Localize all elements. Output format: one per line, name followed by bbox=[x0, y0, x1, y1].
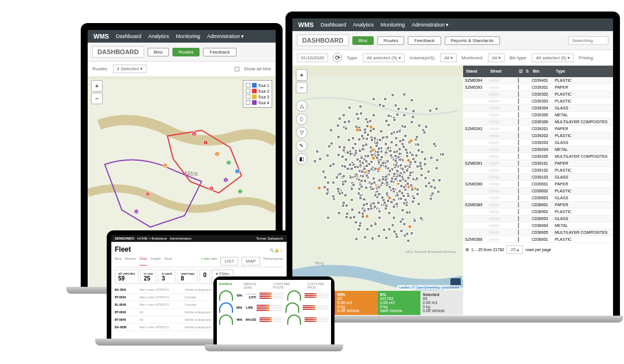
bin-marker[interactable] bbox=[372, 97, 375, 101]
bin-marker[interactable] bbox=[385, 119, 388, 123]
bin-marker[interactable] bbox=[349, 152, 352, 156]
bin-marker[interactable] bbox=[388, 196, 392, 200]
table-row[interactable]: streetC039202PLASTIC bbox=[463, 132, 613, 139]
map-pin[interactable]: 1 bbox=[238, 189, 243, 194]
bin-marker[interactable] bbox=[364, 186, 368, 189]
nav-admin[interactable]: Administration ▾ bbox=[412, 22, 449, 28]
bin-marker[interactable] bbox=[324, 176, 327, 179]
bin-marker[interactable] bbox=[431, 192, 434, 195]
bin-marker[interactable] bbox=[401, 138, 405, 142]
bin-marker[interactable] bbox=[389, 149, 392, 153]
bin-marker[interactable] bbox=[377, 201, 380, 204]
bin-marker[interactable] bbox=[398, 174, 401, 177]
map-pin[interactable]: 7 bbox=[203, 140, 208, 145]
bin-marker[interactable] bbox=[393, 230, 396, 233]
bin-marker[interactable] bbox=[370, 153, 374, 157]
bin-marker[interactable] bbox=[405, 151, 409, 154]
bin-marker[interactable] bbox=[433, 186, 437, 189]
bin-marker[interactable] bbox=[317, 186, 321, 190]
tab-bins[interactable]: Bins bbox=[352, 36, 374, 45]
bin-marker[interactable] bbox=[403, 202, 406, 205]
bin-marker[interactable] bbox=[438, 179, 441, 182]
bin-marker[interactable] bbox=[416, 192, 419, 196]
bin-marker[interactable] bbox=[411, 115, 415, 119]
bin-marker[interactable] bbox=[403, 222, 406, 226]
table-row[interactable]: streetC038905MULTILAYER COMPOSITES bbox=[463, 229, 613, 236]
tab-routes[interactable]: Routes bbox=[377, 36, 404, 45]
bin-marker[interactable] bbox=[397, 107, 400, 111]
tab-bins[interactable]: Bins bbox=[148, 48, 170, 56]
bin-marker[interactable] bbox=[355, 237, 358, 241]
bin-marker[interactable] bbox=[361, 175, 364, 178]
bin-marker[interactable] bbox=[385, 236, 388, 240]
legend-check[interactable] bbox=[246, 94, 250, 99]
zoom-in-button[interactable]: + bbox=[91, 80, 103, 92]
bin-marker[interactable] bbox=[417, 202, 420, 206]
th-street[interactable]: Street bbox=[488, 68, 517, 75]
bintype-select[interactable]: All selected (8) ▾ bbox=[532, 54, 574, 62]
bin-marker[interactable] bbox=[377, 153, 380, 157]
bin-marker[interactable] bbox=[407, 158, 411, 162]
bin-marker[interactable] bbox=[418, 124, 421, 127]
bin-marker[interactable] bbox=[393, 172, 396, 176]
bin-marker[interactable] bbox=[410, 98, 414, 102]
bin-marker[interactable] bbox=[338, 192, 341, 195]
table-row[interactable]: streetC039203GLASS bbox=[463, 139, 613, 146]
bin-marker[interactable] bbox=[385, 135, 389, 139]
bin-marker[interactable] bbox=[423, 131, 426, 134]
bin-marker[interactable] bbox=[359, 105, 362, 108]
map-pin[interactable]: 5 bbox=[223, 177, 228, 183]
table-row[interactable]: streetC039002PLASTIC bbox=[463, 188, 613, 195]
bin-marker[interactable] bbox=[382, 228, 386, 232]
zoom-out-button[interactable]: − bbox=[91, 93, 103, 104]
bin-marker[interactable] bbox=[318, 157, 322, 161]
bin-marker[interactable] bbox=[407, 194, 410, 198]
bin-marker[interactable] bbox=[355, 112, 359, 116]
bin-marker[interactable] bbox=[399, 197, 403, 200]
bin-marker[interactable] bbox=[416, 188, 419, 191]
bin-marker[interactable] bbox=[378, 103, 382, 107]
bin-marker[interactable] bbox=[337, 135, 340, 139]
bin-marker[interactable] bbox=[404, 134, 407, 138]
bin-marker[interactable] bbox=[399, 158, 402, 161]
bin-marker[interactable] bbox=[393, 118, 396, 122]
bin-marker[interactable] bbox=[392, 216, 396, 219]
map-pin[interactable]: 12 bbox=[134, 209, 139, 214]
bin-marker[interactable] bbox=[370, 224, 373, 227]
legend-check[interactable] bbox=[246, 100, 250, 105]
bin-marker[interactable] bbox=[386, 160, 389, 163]
bin-marker[interactable] bbox=[424, 176, 427, 180]
user-name[interactable]: Tomas Spilopevic bbox=[256, 237, 283, 240]
bin-marker[interactable] bbox=[384, 142, 388, 146]
bin-marker[interactable] bbox=[367, 207, 370, 211]
bin-marker[interactable] bbox=[411, 153, 414, 157]
bin-marker[interactable] bbox=[360, 156, 363, 160]
bin-marker[interactable] bbox=[415, 177, 419, 180]
bin-marker[interactable] bbox=[423, 157, 427, 161]
bin-marker[interactable] bbox=[322, 170, 325, 173]
fleet-tab[interactable]: Routes bbox=[125, 257, 136, 266]
table-row[interactable]: SZM0390streetC039001PAPER bbox=[463, 181, 613, 188]
bin-marker[interactable] bbox=[374, 222, 377, 226]
bin-marker[interactable] bbox=[366, 124, 369, 128]
bin-marker[interactable] bbox=[417, 149, 420, 152]
bin-marker[interactable] bbox=[356, 117, 360, 120]
th-bin[interactable]: Bin bbox=[531, 68, 554, 75]
bin-marker[interactable] bbox=[364, 143, 368, 146]
bin-marker[interactable] bbox=[352, 215, 356, 219]
bin-marker[interactable] bbox=[357, 227, 360, 231]
bin-marker[interactable] bbox=[363, 131, 367, 134]
bin-marker[interactable] bbox=[362, 198, 366, 201]
bin-marker[interactable] bbox=[326, 181, 330, 184]
bin-marker[interactable] bbox=[395, 235, 399, 238]
bin-marker[interactable] bbox=[375, 141, 379, 145]
fleet-tab[interactable]: Bins bbox=[115, 257, 122, 266]
bin-marker[interactable] bbox=[326, 154, 329, 157]
fire-icon[interactable]: △ bbox=[296, 100, 307, 112]
map-button[interactable]: MAP bbox=[242, 257, 260, 266]
table-row[interactable]: streetC038903GLASS bbox=[463, 215, 613, 222]
bin-marker[interactable] bbox=[413, 219, 416, 222]
bin-marker[interactable] bbox=[409, 171, 412, 175]
bin-marker[interactable] bbox=[342, 175, 345, 178]
bin-marker[interactable] bbox=[398, 130, 401, 133]
